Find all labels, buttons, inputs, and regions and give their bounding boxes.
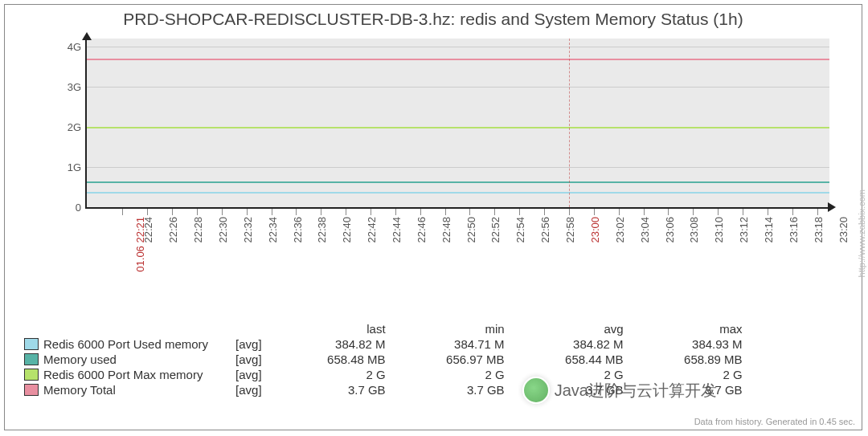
x-tick-label: 22:30 [217,217,229,243]
x-tick [272,209,272,215]
y-tick-label: 2G [49,121,81,133]
plot-area [85,39,829,209]
x-tick [743,209,743,215]
legend: last min avg max Redis 6000 Port Used me… [21,321,746,397]
source-url: http://www.zabbix.com [857,189,866,277]
x-tick-label: 23:06 [664,217,676,243]
x-tick-label: 23:00 [589,217,601,243]
legend-row: Memory used[avg]658.48 MB656.97 MB658.44… [21,352,746,367]
legend-swatch [24,384,39,396]
x-tick [644,209,645,215]
x-tick-label: 23:18 [813,217,825,243]
col-last: last [270,321,389,336]
x-tick [395,209,396,215]
legend-swatch [24,338,39,350]
x-tick [668,209,669,215]
gridline [87,47,829,47]
col-max: max [627,321,746,336]
x-tick [122,209,123,215]
x-tick [768,209,768,215]
y-tick-label: 3G [49,81,81,93]
x-major-gridline [569,39,570,207]
col-min: min [389,321,508,336]
x-tick-label: 23:16 [788,217,800,243]
col-avg: avg [508,321,627,336]
x-tick [371,209,371,215]
x-tick [494,209,495,215]
x-tick-label: 22:48 [440,217,452,243]
x-tick-label: 23:10 [713,217,725,243]
x-tick-label: 23:02 [614,217,626,243]
x-tick [296,209,297,215]
x-tick [222,209,223,215]
x-tick-label: 22:54 [514,217,526,243]
x-tick-label: 22:34 [267,217,279,243]
legend-table: last min avg max Redis 6000 Port Used me… [21,321,746,397]
x-tick-label: 22:44 [391,217,403,243]
x-tick [172,209,173,215]
x-tick-label: 22:24 [142,217,154,243]
x-tick [619,209,620,215]
footer-note: Data from history. Generated in 0.45 sec… [694,417,855,426]
y-tick-label: 4G [49,41,81,53]
chart-title: PRD-SHOPCAR-REDISCLUSTER-DB-3.hz: redis … [5,5,862,31]
x-tick-label: 23:14 [763,217,775,243]
x-tick [147,209,148,215]
x-tick-label: 22:56 [539,217,551,243]
x-tick [792,209,793,215]
legend-row: Memory Total[avg]3.7 GB3.7 GB3.7 GB3.7 G… [21,382,746,397]
x-tick-label: 22:28 [192,217,204,243]
y-tick-label: 0 [49,202,81,214]
x-tick-label: 22:32 [242,217,254,243]
series-line [87,192,829,194]
x-tick [469,209,470,215]
gridline [87,87,829,88]
x-axis-arrow-icon [828,202,836,212]
series-line [87,59,829,60]
legend-swatch [24,353,39,365]
series-line [87,127,829,128]
chart-area: 01G2G3G4G01.06 22:2101.06 23:2122:2422:2… [29,31,837,279]
x-tick [346,209,346,215]
x-tick [519,209,520,215]
x-tick-label: 22:36 [292,217,304,243]
y-tick-label: 1G [49,161,81,173]
legend-swatch [24,369,39,381]
chart-panel: PRD-SHOPCAR-REDISCLUSTER-DB-3.hz: redis … [4,4,862,430]
series-line [87,181,829,183]
x-tick-label: 22:52 [489,217,502,243]
legend-row: Redis 6000 Port Used memory[avg]384.82 M… [21,336,746,352]
x-tick-label: 23:08 [688,217,700,243]
x-tick-label: 22:26 [167,217,179,243]
x-tick-label: 22:46 [416,217,428,243]
x-tick [569,209,570,215]
x-tick [693,209,694,215]
x-tick [197,209,198,215]
x-tick-label: 23:04 [639,217,651,243]
x-tick-label: 22:58 [564,217,576,243]
x-tick-label: 22:50 [465,217,477,243]
x-tick-label: 22:40 [341,217,353,243]
legend-row: Redis 6000 Port Max memory[avg]2 G2 G2 G… [21,367,746,382]
x-tick [817,209,818,215]
x-tick [594,209,595,215]
x-tick-label: 23:12 [738,217,750,243]
x-tick-label: 22:38 [316,217,328,243]
x-tick [321,209,321,215]
x-tick [445,209,446,215]
x-tick-label: 22:42 [366,217,378,243]
gridline [87,167,829,168]
x-tick [544,209,545,215]
x-tick-label: 23:20 [837,217,850,243]
x-tick [420,209,421,215]
x-tick [718,209,719,215]
y-axis-arrow-icon [82,32,92,40]
x-tick [247,209,248,215]
